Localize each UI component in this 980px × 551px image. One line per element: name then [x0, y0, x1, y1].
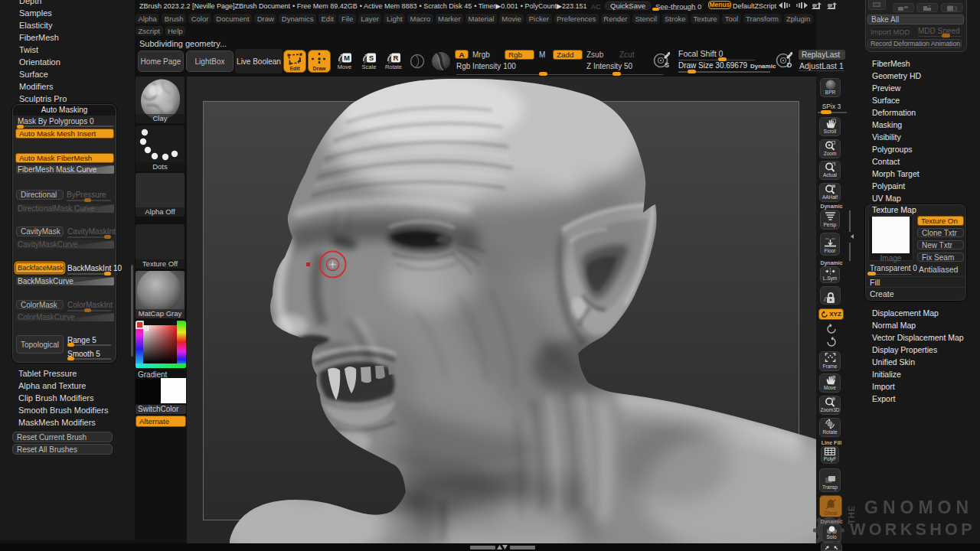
menu-movie[interactable]: Movie	[499, 14, 524, 24]
replay-icon[interactable]: D	[775, 51, 795, 71]
replaylast-button[interactable]: ReplayLast	[799, 50, 845, 60]
scroll-button[interactable]: Scroll	[819, 117, 841, 136]
draw-size-label[interactable]: Draw Size 30.69679	[678, 61, 747, 70]
zoom-button[interactable]: Zoom	[819, 139, 841, 158]
menu-file[interactable]: File	[338, 14, 355, 24]
strip-scroll-2[interactable]	[849, 243, 851, 261]
ghost-button[interactable]: Ghost	[819, 495, 842, 517]
brush-thumbnail-clay[interactable]: Clay	[136, 77, 185, 123]
material-sphere-icon[interactable]	[410, 54, 425, 69]
auto-mask-mesh-insert-button[interactable]: Auto Mask Mesh Insert	[15, 129, 114, 139]
zsub-label[interactable]: Zsub	[586, 51, 603, 59]
zoom-corner-button[interactable]	[821, 543, 842, 551]
tool-item-preview[interactable]: Preview	[872, 83, 900, 93]
tool-item-fibermesh[interactable]: FiberMesh	[872, 59, 910, 68]
tool-item-masking[interactable]: Masking	[872, 120, 902, 129]
mdd-speed-nub[interactable]	[942, 34, 950, 37]
sidebar-item-tablet-pressure[interactable]: Tablet Pressure	[18, 369, 77, 378]
transparent-nub[interactable]	[867, 272, 876, 276]
tool-item-surface[interactable]: Surface	[872, 96, 900, 105]
fibermesh-mask-curve[interactable]: FiberMesh Mask Curve	[16, 165, 114, 174]
cavitymask-button[interactable]: CavityMask	[16, 227, 64, 236]
z-intensity-label[interactable]: Z Intensity 50	[586, 62, 632, 70]
menu-alpha[interactable]: Alpha	[136, 14, 159, 24]
tool-item-morph-target[interactable]: Morph Target	[872, 169, 920, 178]
rgb-intensity-label[interactable]: Rgb Intensity 100	[456, 62, 516, 70]
menu-macro[interactable]: Macro	[407, 14, 433, 24]
directional-button[interactable]: Directional	[16, 190, 64, 200]
menu-render[interactable]: Render	[601, 14, 630, 24]
spin-z-icon[interactable]	[825, 337, 838, 347]
auto-mask-fibermesh-button[interactable]: Auto Mask FiberMesh	[15, 153, 114, 163]
current-material-sphere[interactable]	[431, 51, 451, 71]
menu-stroke[interactable]: Stroke	[662, 14, 688, 24]
tool-item-geometry-hd[interactable]: Geometry HD	[872, 71, 921, 80]
adjustlast-track[interactable]	[799, 70, 844, 71]
menu-document[interactable]: Document	[214, 14, 252, 24]
rotate-nav-button[interactable]: Rotate	[819, 418, 841, 437]
actual-button[interactable]: Actual	[819, 161, 841, 180]
menu-preferences[interactable]: Preferences	[554, 14, 599, 24]
bpr-button[interactable]: BPR	[820, 78, 841, 97]
create-row[interactable]: Create	[870, 289, 894, 298]
menu-transform[interactable]: Transform	[743, 14, 782, 24]
lsym-button[interactable]: L.Sym	[820, 266, 840, 283]
backmaskint-nub[interactable]	[104, 272, 111, 276]
menu-zplugin[interactable]: Zplugin	[784, 14, 813, 24]
switchcolor-button[interactable]: SwitchColor	[136, 405, 186, 414]
sidebar-item-surface[interactable]: Surface	[19, 70, 48, 79]
bottom-scroll-right[interactable]	[510, 546, 535, 549]
sidebar-item-smooth-brush-modifiers[interactable]: Smooth Brush Modifiers	[18, 406, 108, 415]
sidebar-item-samples[interactable]: Samples	[19, 8, 52, 18]
sidebar-item-clip-brush-modifiers[interactable]: Clip Brush Modifiers	[18, 393, 93, 403]
texture-off-tile[interactable]: Texture Off	[136, 224, 185, 269]
menu-picker[interactable]: Picker	[526, 14, 551, 24]
frame-button[interactable]: Frame	[819, 351, 841, 371]
menu-brush[interactable]: Brush	[162, 14, 186, 24]
cavitymaskint-nub[interactable]	[104, 235, 111, 239]
colormask-button[interactable]: ColorMask	[16, 300, 64, 309]
main-color-swatch[interactable]	[136, 379, 161, 404]
m-label[interactable]: M	[539, 51, 545, 59]
color-picker-gradient[interactable]	[136, 321, 186, 368]
rgb-button[interactable]: Rgb	[505, 50, 534, 60]
menu-dynamics[interactable]: Dynamics	[279, 14, 316, 24]
range-nub[interactable]	[67, 343, 74, 347]
home-page-button[interactable]: Home Page	[138, 51, 184, 72]
zcut-label[interactable]: Zcut	[619, 51, 634, 59]
spix-nub[interactable]	[821, 110, 831, 114]
record-deformation-button[interactable]: Record Deformation Animation	[867, 39, 962, 48]
focal-shift-icon[interactable]: S	[652, 51, 672, 71]
menu-stencil[interactable]: Stencil	[632, 14, 660, 24]
topological-button[interactable]: Topological	[16, 335, 64, 354]
texture-image-thumbnail[interactable]	[872, 217, 910, 253]
reset-all-brushes-button[interactable]: Reset All Brushes	[12, 444, 113, 455]
focal-shift-track[interactable]	[678, 60, 755, 61]
tool-item-display-properties[interactable]: Display Properties	[872, 345, 937, 354]
menu-color[interactable]: Color	[188, 14, 211, 24]
zoom3d-button[interactable]: Zoom3D	[819, 396, 841, 415]
sidebar-item-orientation[interactable]: Orientation	[19, 57, 60, 67]
tool-item-import[interactable]: Import	[872, 382, 895, 391]
defaultzscript-label[interactable]: DefaultZScript	[733, 2, 776, 10]
zadd-button[interactable]: Zadd	[553, 50, 583, 60]
colormaskcurve[interactable]: ColorMaskCurve	[16, 313, 114, 321]
fill-row[interactable]: Fill	[870, 278, 880, 287]
edit-mode-button[interactable]: Edit	[283, 50, 306, 73]
tool-item-deformation[interactable]: Deformation	[872, 108, 916, 117]
live-boolean-button[interactable]: Live Boolean	[235, 49, 283, 73]
rotate-gizmo-button[interactable]: RRotate	[384, 51, 403, 71]
sidebar-item-fibermesh[interactable]: FiberMesh	[19, 33, 59, 42]
alternate-button[interactable]: Alternate	[136, 416, 186, 427]
dynamic-label[interactable]: Dynamic	[750, 63, 776, 70]
quicksave-button[interactable]: QuickSave	[605, 2, 651, 10]
backmaskcurve[interactable]: BackMaskCurve	[16, 277, 114, 285]
tray-collapse-arrow[interactable]	[850, 233, 854, 240]
move-gizmo-button[interactable]: MMove	[335, 51, 354, 71]
directionalmask-curve[interactable]: DirectionalMask Curve	[16, 204, 114, 213]
backfacemask-button[interactable]: BackfaceMask	[15, 262, 64, 273]
menu-texture[interactable]: Texture	[691, 14, 720, 24]
mask-by-polygroups-label[interactable]: Mask By Polygroups 0	[18, 117, 94, 126]
transparent-label[interactable]: Transparent 0	[870, 264, 917, 272]
scale-gizmo-button[interactable]: SScale	[359, 51, 379, 71]
